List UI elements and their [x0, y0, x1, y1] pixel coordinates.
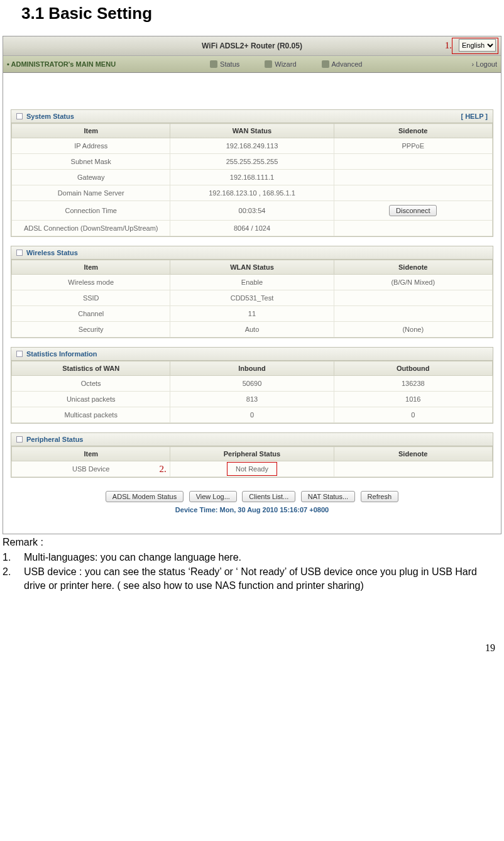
table-row: IP Address 192.168.249.113 PPPoE	[12, 138, 493, 154]
cell-note	[334, 461, 492, 477]
cell-item: Connection Time	[12, 201, 170, 221]
cell-value: 11	[170, 306, 334, 322]
cell-value: Auto	[170, 322, 334, 338]
cell-note: (None)	[334, 322, 492, 338]
peripheral-title: Peripheral Status	[26, 436, 83, 443]
cell-item: IP Address	[12, 138, 170, 154]
collapse-icon[interactable]	[16, 250, 23, 256]
advanced-icon	[322, 60, 329, 68]
cell-note	[334, 290, 492, 306]
th-item: Item	[12, 124, 170, 138]
th-peripheral-status: Peripheral Status	[170, 447, 334, 461]
remark-2-text: USB device : you can see the status ‘Rea…	[24, 565, 501, 592]
menu-wizard[interactable]: Wizard	[265, 60, 296, 68]
content-area: System Status [ HELP ] Item WAN Status S…	[3, 73, 501, 534]
remarks: Remark : 1. Multi-languages: you can cha…	[3, 536, 501, 592]
wireless-status-header: Wireless Status	[11, 246, 493, 260]
cell-note	[334, 170, 492, 185]
cell-item: Gateway	[12, 170, 170, 185]
cell-value: 0	[334, 407, 492, 423]
cell-value: 192.168.111.1	[170, 170, 334, 185]
table-row: Wireless mode Enable (B/G/N Mixed)	[12, 275, 493, 290]
top-bar: WiFi ADSL2+ Router (R0.05) 1. English	[3, 36, 501, 56]
language-select[interactable]: English	[459, 39, 496, 52]
cell-value: 1016	[334, 392, 492, 407]
section-heading: 3.1 Basic Setting	[21, 4, 501, 23]
cell-value: 192.168.249.113	[170, 138, 334, 154]
cell-value: Enable	[170, 275, 334, 290]
table-row: USB Device 2. Not Ready	[12, 461, 493, 477]
cell-item: Wireless mode	[12, 275, 170, 290]
th-wan-status: WAN Status	[170, 124, 334, 138]
peripheral-panel: Peripheral Status Item Peripheral Status…	[11, 432, 493, 478]
refresh-button[interactable]: Refresh	[361, 491, 399, 502]
wireless-status-table: Item WLAN Status Sidenote Wireless mode …	[11, 260, 493, 338]
cell-note	[334, 221, 492, 236]
page-number: 19	[3, 642, 501, 654]
system-status-title: System Status	[26, 113, 74, 120]
th-wlan-status: WLAN Status	[170, 260, 334, 275]
system-status-table: Item WAN Status Sidenote IP Address 192.…	[11, 123, 493, 236]
remark-1-number: 1.	[3, 551, 24, 564]
cell-item: Unicast packets	[12, 392, 170, 407]
table-row: Connection Time 00:03:54 Disconnect	[12, 201, 493, 221]
cell-value: 813	[170, 392, 334, 407]
remark-2-number: 2.	[3, 565, 24, 579]
cell-note	[334, 185, 492, 201]
cell-note	[334, 154, 492, 170]
clients-list-button[interactable]: Clients List...	[242, 491, 295, 502]
bottom-button-bar: ADSL Modem Status View Log... Clients Li…	[11, 486, 493, 503]
remark-1-text: Multi-languages: you can change language…	[24, 551, 241, 564]
cell-value: 00:03:54	[170, 201, 334, 221]
collapse-icon[interactable]	[16, 436, 23, 442]
cell-value: 50690	[170, 376, 334, 392]
cell-value: CDD531_Test	[170, 290, 334, 306]
menu-advanced[interactable]: Advanced	[322, 60, 363, 68]
cell-value: 8064 / 1024	[170, 221, 334, 236]
cell-item: SSID	[12, 290, 170, 306]
cell-note: PPPoE	[334, 138, 492, 154]
statistics-title: Statistics Information	[26, 350, 97, 358]
help-link[interactable]: [ HELP ]	[461, 113, 488, 120]
th-sidenote: Sidenote	[334, 447, 492, 461]
callout-2-label: 2.	[159, 464, 166, 475]
callout-1-label: 1.	[445, 40, 452, 51]
cell-note: Disconnect	[334, 201, 492, 221]
collapse-icon[interactable]	[16, 351, 23, 357]
table-row: Channel 11	[12, 306, 493, 322]
status-icon	[210, 60, 217, 68]
disconnect-button[interactable]: Disconnect	[389, 205, 437, 216]
menu-logout[interactable]: › Logout	[472, 60, 497, 68]
peripheral-table: Item Peripheral Status Sidenote USB Devi…	[11, 446, 493, 477]
cell-item: Channel	[12, 306, 170, 322]
cell-note: (B/G/N Mixed)	[334, 275, 492, 290]
table-row: ADSL Connection (DownStream/UpStream) 80…	[12, 221, 493, 236]
system-status-panel: System Status [ HELP ] Item WAN Status S…	[11, 109, 493, 237]
system-status-header: System Status [ HELP ]	[11, 110, 493, 123]
cell-item: USB Device	[12, 461, 170, 477]
th-sidenote: Sidenote	[334, 260, 492, 275]
wireless-status-title: Wireless Status	[26, 249, 78, 256]
table-row: Domain Name Server 192.168.123.10 , 168.…	[12, 185, 493, 201]
table-row: Unicast packets 813 1016	[12, 392, 493, 407]
menu-main-label: • ADMINISTRATOR's MAIN MENU	[7, 60, 116, 68]
usb-status-text: Not Ready	[236, 465, 268, 473]
th-inbound: Inbound	[170, 361, 334, 376]
menu-status[interactable]: Status	[210, 60, 239, 68]
collapse-icon[interactable]	[16, 113, 23, 119]
cell-value: 136238	[334, 376, 492, 392]
table-row: Security Auto (None)	[12, 322, 493, 338]
view-log-button[interactable]: View Log...	[189, 491, 237, 502]
adsl-modem-status-button[interactable]: ADSL Modem Status	[106, 491, 184, 502]
wireless-status-panel: Wireless Status Item WLAN Status Sidenot…	[11, 246, 493, 338]
th-outbound: Outbound	[334, 361, 492, 376]
table-row: Subnet Mask 255.255.255.255	[12, 154, 493, 170]
table-row: SSID CDD531_Test	[12, 290, 493, 306]
cell-item: Octets	[12, 376, 170, 392]
cell-item: Subnet Mask	[12, 154, 170, 170]
router-title: WiFi ADSL2+ Router (R0.05)	[3, 41, 501, 50]
cell-item: Domain Name Server	[12, 185, 170, 201]
menu-bar: • ADMINISTRATOR's MAIN MENU Status Wizar…	[3, 56, 501, 73]
statistics-table: Statistics of WAN Inbound Outbound Octet…	[11, 361, 493, 423]
nat-status-button[interactable]: NAT Status...	[301, 491, 355, 502]
